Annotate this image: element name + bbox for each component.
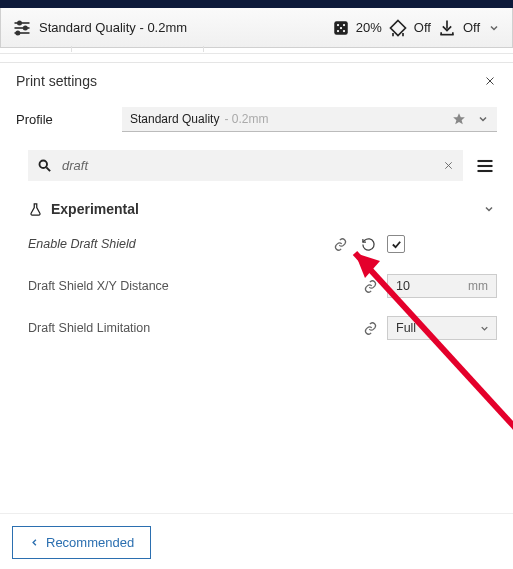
svg-point-5 (16, 31, 19, 34)
link-icon[interactable] (359, 279, 381, 294)
setting-label: Draft Shield X/Y Distance (28, 279, 353, 293)
svg-point-3 (24, 26, 27, 29)
support-summary[interactable]: Off (388, 18, 431, 38)
value: 10 (388, 279, 459, 293)
profile-name: Standard Quality (130, 112, 219, 126)
svg-point-8 (343, 23, 345, 25)
infill-icon (332, 19, 350, 37)
panel-title: Print settings (16, 73, 97, 89)
svg-line-22 (46, 167, 50, 171)
reset-icon[interactable] (357, 237, 379, 252)
profile-label: Profile (16, 112, 114, 127)
unit: mm (459, 279, 496, 293)
link-icon[interactable] (329, 237, 351, 252)
svg-point-1 (18, 21, 21, 24)
settings-sliders-icon (11, 17, 33, 39)
adhesion-icon (437, 18, 457, 38)
setting-label: Enable Draft Shield (28, 237, 323, 251)
search-icon (37, 158, 52, 173)
setting-draft-shield-limitation: Draft Shield Limitation Full (28, 315, 497, 341)
svg-marker-20 (453, 113, 465, 124)
search-box[interactable] (28, 150, 463, 181)
close-icon[interactable] (483, 74, 497, 88)
setting-draft-shield-xy: Draft Shield X/Y Distance 10 mm (28, 273, 497, 299)
section-title: Experimental (51, 201, 475, 217)
infill-value: 20% (356, 20, 382, 35)
infill-summary[interactable]: 20% (332, 19, 382, 37)
clear-search-icon[interactable] (443, 160, 454, 171)
support-icon (388, 18, 408, 38)
hamburger-menu-icon[interactable] (473, 156, 497, 176)
favorite-star-icon[interactable] (452, 112, 466, 126)
support-value: Off (414, 20, 431, 35)
draft-shield-limitation-select[interactable]: Full (387, 316, 497, 340)
chevron-down-icon (483, 203, 497, 215)
recommended-label: Recommended (46, 535, 134, 550)
section-experimental[interactable]: Experimental (28, 201, 497, 217)
enable-draft-shield-checkbox[interactable] (385, 235, 407, 253)
tab-strip (0, 48, 513, 54)
search-input[interactable] (62, 158, 433, 173)
profile-summary-label: Standard Quality - 0.2mm (39, 20, 326, 35)
setting-label: Draft Shield Limitation (28, 321, 353, 335)
setting-enable-draft-shield: Enable Draft Shield (28, 231, 497, 257)
profile-selector[interactable]: Standard Quality - 0.2mm (122, 107, 497, 132)
top-toolbar: Standard Quality - 0.2mm 20% Off Off (0, 8, 513, 48)
svg-point-11 (340, 26, 342, 28)
chevron-left-icon (29, 537, 40, 548)
adhesion-summary[interactable]: Off (437, 18, 480, 38)
svg-point-9 (337, 29, 339, 31)
chevron-down-icon (477, 113, 489, 125)
value: Full (388, 321, 479, 335)
draft-shield-xy-input[interactable]: 10 mm (387, 274, 497, 298)
adhesion-value: Off (463, 20, 480, 35)
link-icon[interactable] (359, 321, 381, 336)
toolbar-chevron-down-icon[interactable] (486, 22, 502, 34)
svg-point-7 (337, 23, 339, 25)
svg-point-10 (343, 29, 345, 31)
recommended-button[interactable]: Recommended (12, 526, 151, 559)
profile-detail: - 0.2mm (224, 112, 268, 126)
svg-point-21 (40, 161, 48, 169)
flask-icon (28, 202, 43, 217)
chevron-down-icon (479, 323, 496, 334)
